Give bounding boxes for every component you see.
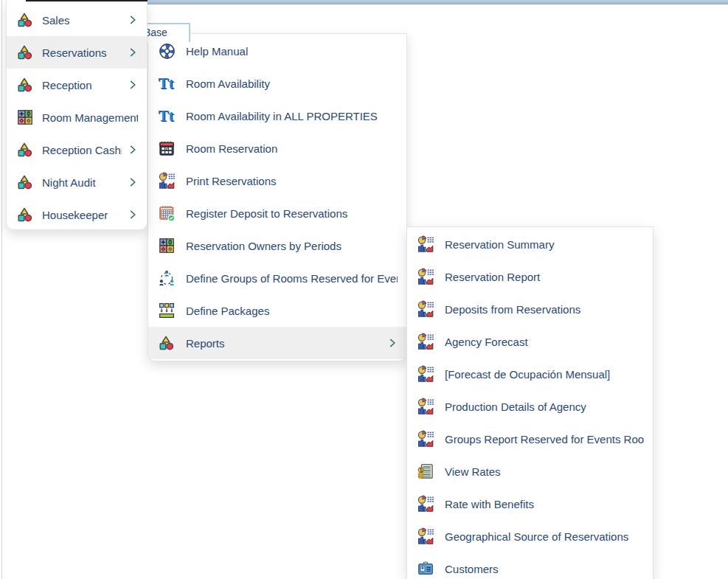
- menu-item-label: Agency Forecast: [445, 336, 644, 348]
- customers-icon: [416, 559, 435, 578]
- charts-icon: [157, 171, 176, 190]
- lifebuoy-icon: [157, 41, 176, 60]
- menu-item-reservations[interactable]: Reservations: [7, 36, 147, 69]
- room-grid-icon: [157, 236, 176, 255]
- shapes-icon: [15, 43, 35, 62]
- menu-item-label: Register Deposit to Reservations: [186, 207, 398, 220]
- menu-item-geographical-source-of-reservations[interactable]: Geographical Source of Reservations: [407, 520, 653, 552]
- chevron-right-icon: [128, 47, 138, 58]
- menu-item-label: Room Management: [42, 111, 138, 124]
- text-icon: Tt Tt: [157, 74, 176, 93]
- menu-item-sales[interactable]: Sales: [7, 4, 147, 36]
- chevron-right-icon: [128, 209, 138, 220]
- charts-icon: [416, 299, 435, 319]
- window-left-edge: [1, 0, 2, 579]
- charts-icon: [416, 267, 435, 286]
- menu-item-label: Production Details of Agency: [445, 401, 644, 413]
- menu-item-define-packages[interactable]: Define Packages: [148, 294, 406, 327]
- menu-item-groups-report-reserved-for-events-rooms[interactable]: Groups Report Reserved for Events Rooms: [407, 423, 653, 455]
- main-menu-panel: Sales Reservations Reception Room Manage…: [6, 0, 148, 230]
- menu-item-reception-cashier[interactable]: Reception Cashier: [7, 134, 147, 166]
- chevron-right-icon: [128, 15, 138, 25]
- menu-item-register-deposit-to-reservations[interactable]: Register Deposit to Reservations: [148, 197, 406, 229]
- menu-item-room-availability-in-all-properties[interactable]: Tt Tt Room Availability in ALL PROPERTIE…: [148, 100, 406, 132]
- menu-item-label: Reservation Summary: [445, 238, 644, 251]
- charts-icon: [416, 397, 435, 416]
- calendar-check-icon: [157, 204, 176, 223]
- menu-item-forecast-de-ocupaci-n-mensual[interactable]: [Forecast de Ocupación Mensual]: [407, 358, 653, 390]
- menu-item-rate-with-benefits[interactable]: Rate with Benefits: [407, 488, 653, 520]
- menu-item-view-rates[interactable]: $ View Rates: [407, 455, 653, 488]
- shapes-icon: [15, 173, 35, 192]
- menu-item-label: Reception: [42, 79, 122, 91]
- menu-item-label: Housekeeper: [42, 209, 122, 221]
- charts-icon: [416, 527, 435, 546]
- menu-item-label: Define Groups of Rooms Reserved for Even…: [186, 272, 398, 285]
- shapes-icon: [15, 75, 35, 94]
- group-icon: [157, 268, 176, 288]
- text-icon: Tt Tt: [157, 106, 176, 125]
- menu-item-label: Groups Report Reserved for Events Rooms: [445, 433, 644, 445]
- menu-item-print-reservations[interactable]: Print Reservations: [148, 164, 406, 197]
- chevron-right-icon: [128, 80, 138, 90]
- menu-item-deposits-from-reservations[interactable]: Deposits from Reservations: [407, 293, 653, 325]
- menu-item-room-reservation[interactable]: Room Reservation: [148, 132, 406, 164]
- svg-text:$: $: [420, 468, 423, 474]
- menu-item-reports[interactable]: Reports: [148, 327, 406, 359]
- menu-item-label: Reservation Owners by Periods: [186, 240, 398, 252]
- menu-item-reservation-owners-by-periods[interactable]: Reservation Owners by Periods: [148, 229, 406, 262]
- menu-item-housekeeper[interactable]: Housekeeper: [7, 198, 147, 230]
- rates-icon: $: [416, 462, 435, 481]
- menu-item-label: Rate with Benefits: [445, 498, 644, 510]
- svg-text:Tt: Tt: [159, 74, 174, 92]
- menu-item-reservation-summary[interactable]: Reservation Summary: [407, 228, 653, 260]
- menu-item-label: Room Reservation: [186, 142, 398, 155]
- menu-top-edge: [26, 0, 148, 1]
- charts-icon: [416, 429, 435, 448]
- menu-item-label: Room Availability in ALL PROPERTIES: [186, 110, 398, 122]
- menu-item-label: Sales: [42, 14, 122, 27]
- menu-item-production-details-of-agency[interactable]: Production Details of Agency: [407, 390, 653, 423]
- charts-icon: [416, 494, 435, 513]
- menu-item-reservation-report[interactable]: Reservation Report: [407, 260, 653, 293]
- menu-item-room-management[interactable]: Room Management: [7, 101, 147, 134]
- window-top-accent-bar: [144, 0, 728, 4]
- menu-item-define-groups-of-rooms-reserved-for-events[interactable]: Define Groups of Rooms Reserved for Even…: [148, 262, 406, 294]
- shapes-icon: [157, 333, 176, 353]
- menu-item-label: Geographical Source of Reservations: [445, 530, 644, 543]
- menu-item-label: Define Packages: [186, 305, 398, 317]
- svg-text:Tt: Tt: [159, 107, 174, 125]
- menu-item-label: Reservations: [42, 46, 122, 59]
- room-grid-icon: [15, 108, 35, 127]
- chevron-right-icon: [128, 177, 138, 187]
- menu-item-label: Reports: [186, 337, 381, 350]
- shapes-icon: [15, 10, 35, 30]
- shapes-icon: [15, 205, 35, 224]
- menu-item-night-audit[interactable]: Night Audit: [7, 166, 147, 198]
- menu-item-label: Print Reservations: [186, 175, 398, 187]
- menu-item-agency-forecast[interactable]: Agency Forecast: [407, 325, 653, 358]
- menu-item-label: Deposits from Reservations: [445, 303, 644, 316]
- menu-item-label: View Rates: [445, 465, 644, 478]
- reservations-submenu-panel: Help Manual Tt Tt Room Availability Tt T…: [148, 33, 407, 361]
- menu-item-label: [Forecast de Ocupación Mensual]: [445, 368, 644, 381]
- charts-icon: [416, 332, 435, 351]
- chevron-right-icon: [387, 338, 398, 348]
- menu-item-room-availability[interactable]: Tt Tt Room Availability: [148, 67, 406, 100]
- calendar-icon: [157, 139, 176, 158]
- menu-item-label: Reception Cashier: [42, 144, 122, 156]
- menu-item-label: Help Manual: [186, 45, 398, 58]
- menu-item-label: Room Availability: [186, 77, 398, 90]
- chevron-right-icon: [128, 145, 138, 155]
- menu-item-customers[interactable]: Customers: [407, 552, 653, 579]
- charts-icon: [416, 235, 435, 254]
- reports-submenu-panel: Reservation Summary Reservation Report D…: [406, 226, 654, 579]
- menu-item-label: Customers: [445, 563, 644, 575]
- menu-item-reception[interactable]: Reception: [7, 69, 147, 101]
- charts-icon: [416, 364, 435, 384]
- menu-item-label: Night Audit: [42, 176, 122, 189]
- packages-icon: [157, 301, 176, 320]
- menu-item-label: Reservation Report: [445, 271, 644, 283]
- shapes-icon: [15, 140, 35, 159]
